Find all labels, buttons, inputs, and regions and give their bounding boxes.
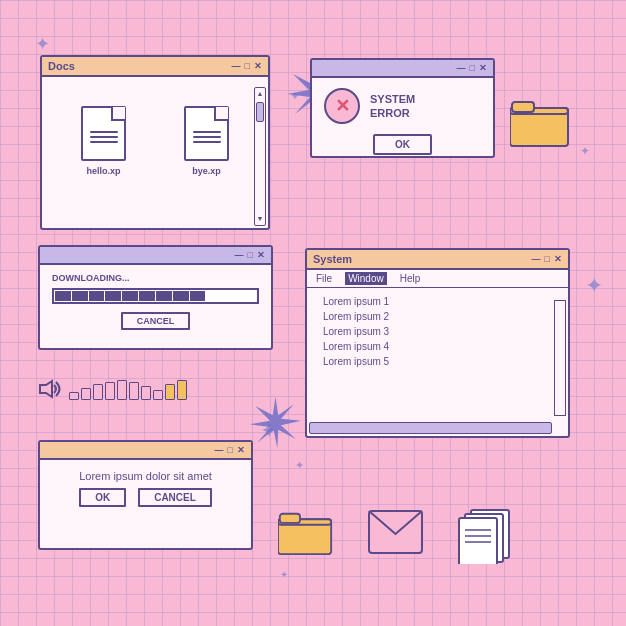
download-controls: — □ ✕ [235, 250, 265, 260]
menu-file[interactable]: File [313, 272, 335, 285]
download-label: DOWNLOADING... [52, 273, 259, 283]
folder-icon[interactable] [278, 510, 333, 560]
svg-rect-16 [459, 518, 497, 564]
system-window: System — □ ✕ File Window Help Lorem ipsu… [305, 248, 570, 438]
minimize-icon[interactable]: — [235, 250, 244, 260]
system-title: System [313, 253, 352, 265]
doc-icon [81, 106, 126, 161]
system-menubar: File Window Help [307, 270, 568, 288]
close-icon[interactable]: ✕ [554, 254, 562, 264]
download-window: — □ ✕ DOWNLOADING... CANCEL [38, 245, 273, 350]
close-icon[interactable]: ✕ [237, 445, 245, 455]
scroll-thumb [256, 102, 264, 122]
docs-window: Docs — □ ✕ hello.xp [40, 55, 270, 230]
file-label: bye.xp [192, 166, 221, 176]
scroll-up-arrow[interactable]: ▲ [257, 88, 264, 100]
cancel-button[interactable]: CANCEL [138, 488, 212, 507]
lorem-buttons: OK CANCEL [54, 488, 237, 507]
progress-seg-empty [223, 291, 239, 301]
lorem-text: Lorem ipsum dolor sit amet OK CANCEL [40, 460, 251, 515]
system-scrollbar[interactable] [554, 300, 566, 416]
svg-marker-1 [250, 397, 301, 448]
minimize-icon[interactable]: — [532, 254, 541, 264]
progress-seg [173, 291, 189, 301]
close-icon[interactable]: ✕ [254, 61, 262, 71]
system-body: Lorem ipsum 1 Lorem ipsum 2 Lorem ipsum … [307, 288, 568, 375]
system-controls: — □ ✕ [532, 253, 562, 265]
minimize-icon[interactable]: — [232, 61, 241, 71]
stacked-docs-icon[interactable] [455, 502, 517, 568]
sparkle-icon: ✦ [290, 90, 300, 102]
volume-control [38, 378, 187, 400]
docs-title: Docs [48, 60, 75, 72]
file-item[interactable]: bye.xp [184, 106, 229, 176]
equalizer-bars [69, 378, 187, 400]
eq-bar [69, 392, 79, 400]
scroll-down-arrow[interactable]: ▼ [257, 213, 264, 225]
sparkle-icon: ✦ [280, 570, 288, 580]
maximize-icon[interactable]: □ [470, 63, 475, 73]
sparkle-icon: ✦ [580, 145, 590, 157]
file-item[interactable]: hello.xp [81, 106, 126, 176]
progress-bar-inner [54, 290, 257, 302]
doc-icon [184, 106, 229, 161]
envelope-icon[interactable] [368, 510, 423, 558]
progress-seg [122, 291, 138, 301]
eq-bar [93, 384, 103, 400]
docs-titlebar: Docs — □ ✕ [42, 57, 268, 77]
error-ok-button[interactable]: OK [373, 134, 432, 155]
menu-help[interactable]: Help [397, 272, 424, 285]
folder-svg [510, 98, 570, 148]
svg-rect-8 [280, 514, 300, 523]
eq-bar [129, 382, 139, 400]
progress-seg-empty [206, 291, 222, 301]
maximize-icon[interactable]: □ [545, 254, 550, 264]
eq-bar [117, 380, 127, 400]
list-item[interactable]: Lorem ipsum 4 [323, 339, 552, 354]
lorem-titlebar: — □ ✕ [40, 442, 251, 460]
file-label: hello.xp [86, 166, 120, 176]
error-x-icon: ✕ [324, 88, 360, 124]
minimize-icon[interactable]: — [457, 63, 466, 73]
docs-scrollbar[interactable]: ▲ ▼ [254, 87, 266, 226]
progress-seg [72, 291, 88, 301]
cancel-button[interactable]: CANCEL [121, 312, 191, 330]
menu-window[interactable]: Window [345, 272, 387, 285]
maximize-icon[interactable]: □ [228, 445, 233, 455]
stacked-docs-svg [455, 502, 517, 564]
download-body: DOWNLOADING... CANCEL [40, 265, 271, 338]
eq-bar [81, 388, 91, 400]
lorem-dialog: — □ ✕ Lorem ipsum dolor sit amet OK CANC… [38, 440, 253, 550]
eq-bar [105, 382, 115, 400]
lorem-controls: — □ ✕ [215, 445, 245, 455]
close-icon[interactable]: ✕ [257, 250, 265, 260]
progress-seg [89, 291, 105, 301]
list-item[interactable]: Lorem ipsum 5 [323, 354, 552, 369]
system-hscrollbar[interactable] [309, 422, 552, 434]
list-item[interactable]: Lorem ipsum 3 [323, 324, 552, 339]
maximize-icon[interactable]: □ [245, 61, 250, 71]
docs-body: hello.xp bye.xp [42, 77, 268, 204]
folder-svg [278, 510, 333, 556]
error-dialog: — □ ✕ ✕ SYSTEM ERROR OK [310, 58, 495, 158]
error-message: SYSTEM ERROR [370, 92, 415, 121]
eq-bar-active [177, 380, 187, 400]
progress-seg [190, 291, 206, 301]
docs-controls: — □ ✕ [232, 61, 262, 71]
ok-button[interactable]: OK [79, 488, 126, 507]
progress-seg [156, 291, 172, 301]
svg-rect-4 [512, 102, 534, 112]
maximize-icon[interactable]: □ [248, 250, 253, 260]
download-titlebar: — □ ✕ [40, 247, 271, 265]
error-titlebar: — □ ✕ [312, 60, 493, 78]
close-icon[interactable]: ✕ [479, 63, 487, 73]
sparkle-icon: ✦ [260, 420, 278, 442]
list-item[interactable]: Lorem ipsum 2 [323, 309, 552, 324]
error-body: ✕ SYSTEM ERROR [312, 78, 493, 134]
list-item[interactable]: Lorem ipsum 1 [323, 294, 552, 309]
sparkle-icon: ✦ [585, 275, 603, 297]
minimize-icon[interactable]: — [215, 445, 224, 455]
progress-seg [55, 291, 71, 301]
svg-marker-5 [40, 381, 52, 397]
folder-icon[interactable] [510, 98, 570, 152]
